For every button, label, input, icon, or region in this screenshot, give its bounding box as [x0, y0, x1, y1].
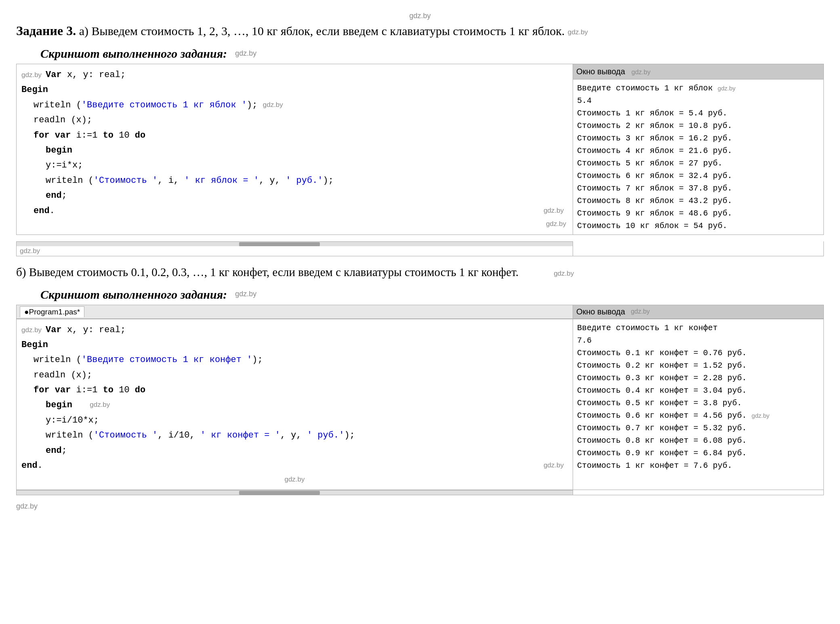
code-line-4: readln (x);	[34, 113, 568, 128]
code-line-1: Var x, y: real;	[46, 67, 126, 82]
task-header: Задание 3. а) Выведем стоимость 1, 2, 3,…	[16, 21, 824, 40]
output-b-line-9: Стоимость 0.8 кг конфет = 6.08 руб.	[577, 434, 819, 447]
output-body-b: Введите стоимость 1 кг конфет 7.6 Стоимо…	[573, 319, 823, 474]
output-b-line-5: Стоимость 0.4 кг конфет = 3.04 руб.	[577, 384, 819, 397]
output-line-a-11: Стоимость 10 кг яблок = 54 руб.	[577, 220, 819, 232]
section-b-text: б) Выведем стоимость 0.1, 0.2, 0.3, …, 1…	[16, 264, 824, 281]
watermark-5: gdz.by	[544, 205, 564, 217]
screenshot-a: gdz.by Var x, y: real; Begin writeln ('В…	[16, 64, 824, 235]
output-line-a-4: Стоимость 3 кг яблок = 16.2 руб.	[577, 132, 819, 144]
output-panel-b: Введите стоимость 1 кг конфет 7.6 Стоимо…	[573, 319, 823, 490]
code-b-line-1: Var x, y: real;	[46, 322, 126, 337]
watermark-11: gdz.by	[631, 308, 650, 315]
output-line-a-1: 5.4	[577, 94, 819, 107]
output-line-a-9: Стоимость 8 кг яблок = 43.2 руб.	[577, 195, 819, 207]
top-watermark: gdz.by	[409, 12, 430, 20]
output-b-line-3: Стоимость 0.2 кг конфет = 1.52 руб.	[577, 359, 819, 372]
task-number: Задание 3.	[16, 23, 76, 38]
watermark-14: gdz.by	[544, 460, 564, 471]
watermark-16: gdz.by	[752, 412, 769, 419]
code-b-line-7: y:=i/10*x;	[46, 413, 568, 428]
output-header-b-tab: Окно вывода	[576, 307, 625, 316]
footer-watermark: gdz.by	[16, 502, 38, 510]
code-b-line-4: readln (x);	[34, 368, 568, 383]
code-b-line-8: writeln ('Стоимость ', i/10, ' кг конфет…	[46, 428, 568, 443]
code-b-line-2: Begin	[21, 337, 568, 352]
watermark-6: gdz.by	[546, 218, 566, 230]
scrollbar-a[interactable]	[17, 241, 573, 246]
watermark-8: gdz.by	[20, 247, 40, 255]
watermark-7: gdz.by	[631, 69, 650, 75]
output-body-a: Введите стоимость 1 кг яблок gdz.by 5.4 …	[573, 80, 823, 235]
code-line-6: begin	[46, 143, 568, 158]
code-line-10: end.	[34, 203, 55, 218]
output-b-line-7: Стоимость 0.6 кг конфет = 4.56 руб. gdz.…	[577, 409, 819, 422]
watermark-12: gdz.by	[21, 325, 42, 336]
code-line-9: end;	[46, 188, 568, 203]
output-b-line-10: Стоимость 0.9 кг конфет = 6.84 руб.	[577, 447, 819, 459]
screenshot-title-a: Скриншот выполненного задания:	[40, 47, 227, 61]
code-panel-a: gdz.by Var x, y: real; Begin writeln ('В…	[17, 64, 573, 235]
tab-bar-b: ●Program1.pas*	[17, 305, 573, 319]
task-text-a: а) Выведем стоимость 1, 2, 3, …, 10 кг я…	[79, 24, 565, 38]
output-b-line-2: Стоимость 0.1 кг конфет = 0.76 руб.	[577, 347, 819, 359]
output-b-line-0: Введите стоимость 1 кг конфет	[577, 322, 819, 334]
output-line-a-10: Стоимость 9 кг яблок = 48.6 руб.	[577, 207, 819, 220]
code-line-5: for var i:=1 to 10 do	[34, 128, 568, 143]
output-line-a-0: Введите стоимость 1 кг яблок gdz.by	[577, 82, 819, 94]
code-line-3: writeln ('Введите стоимость 1 кг яблок '…	[34, 98, 568, 113]
code-line-2: Begin	[21, 82, 568, 97]
watermark-2: gdz.by	[235, 49, 256, 58]
code-line-8: writeln ('Стоимость ', i, ' кг яблок = '…	[46, 173, 568, 188]
output-header-a: Окно вывода gdz.by	[573, 64, 823, 80]
output-b-line-1: 7.6	[577, 334, 819, 347]
watermark-9: gdz.by	[554, 270, 574, 277]
output-line-a-7: Стоимость 6 кг яблок = 32.4 руб.	[577, 170, 819, 182]
output-b-line-6: Стоимость 0.5 кг конфет = 3.8 руб.	[577, 397, 819, 409]
output-line-a-2: Стоимость 1 кг яблок = 5.4 руб.	[577, 107, 819, 119]
output-b-line-11: Стоимость 1 кг конфет = 7.6 руб.	[577, 459, 819, 472]
output-line-a-5: Стоимость 4 кг яблок = 21.6 руб.	[577, 144, 819, 157]
code-b-line-9: end;	[46, 443, 568, 458]
output-line-a-6: Стоимость 5 кг яблок = 27 руб.	[577, 157, 819, 170]
watermark-10: gdz.by	[235, 290, 256, 298]
code-b-line-10: end.	[21, 458, 43, 473]
output-line-a-3: Стоимость 2 кг яблок = 10.8 руб.	[577, 119, 819, 132]
code-panel-b: gdz.by Var x, y: real; Begin writeln ('В…	[17, 319, 573, 490]
scrollbar-b[interactable]	[17, 490, 573, 495]
watermark-15: gdz.by	[284, 474, 304, 486]
watermark-inline-1: gdz.by	[568, 28, 588, 36]
screenshot-title-b: Скриншот выполненного задания:	[40, 288, 227, 302]
code-b-line-5: for var i:=1 to 10 do	[34, 383, 568, 398]
watermark-3: gdz.by	[21, 69, 42, 81]
output-line-a-8: Стоимость 7 кг яблок = 37.8 руб.	[577, 182, 819, 195]
watermark-4: gdz.by	[263, 101, 283, 109]
output-b-line-8: Стоимость 0.7 кг конфет = 5.32 руб.	[577, 422, 819, 434]
screenshot-b: ●Program1.pas* Окно вывода gdz.by gdz.by…	[16, 305, 824, 496]
output-panel-a: Окно вывода gdz.by Введите стоимость 1 к…	[573, 64, 823, 235]
code-b-line-3: writeln ('Введите стоимость 1 кг конфет …	[34, 352, 568, 367]
output-b-line-4: Стоимость 0.3 кг конфет = 2.28 руб.	[577, 372, 819, 384]
code-line-7: y:=i*x;	[46, 158, 568, 173]
code-b-line-6: begin gdz.by	[46, 398, 568, 413]
watermark-13: gdz.by	[90, 401, 110, 408]
tab-program1[interactable]: ●Program1.pas*	[20, 306, 84, 317]
